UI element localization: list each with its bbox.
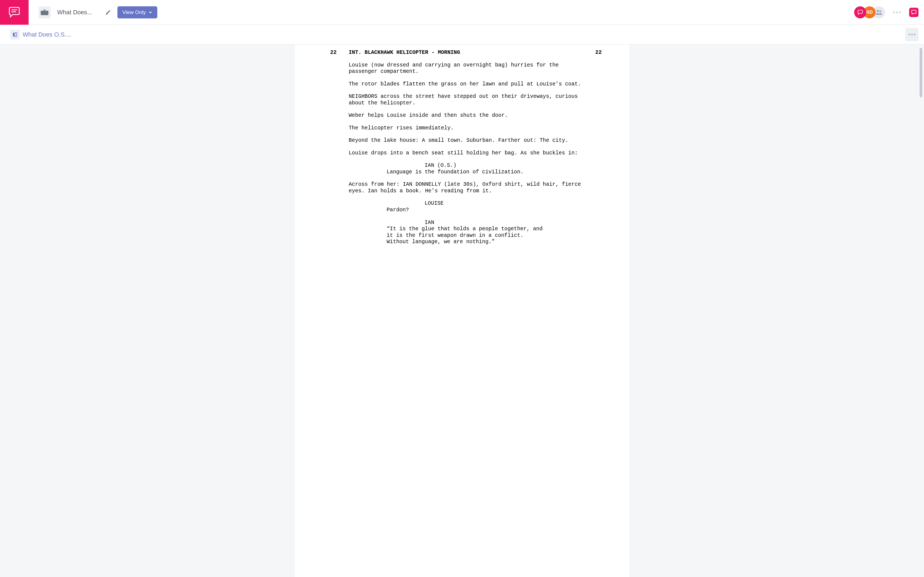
action-line: Across from her: IAN DONNELLY (late 30s)… (349, 181, 588, 194)
document-title[interactable]: What Does... (57, 9, 92, 16)
panel-left-icon (12, 32, 18, 37)
scene-number-left: 22 (326, 50, 337, 56)
people-icon (876, 9, 882, 16)
briefcase-icon (41, 9, 48, 16)
more-menu[interactable] (890, 9, 904, 16)
scene-number-right: 22 (591, 50, 602, 56)
svg-point-2 (877, 10, 879, 12)
view-mode-label: View Only (123, 9, 146, 15)
scrollbar-thumb[interactable] (919, 48, 922, 97)
document-tab[interactable]: What Does O.S.... (10, 30, 71, 40)
pencil-icon[interactable] (105, 10, 111, 15)
chat-bubble-icon (8, 7, 20, 18)
avatar-1[interactable] (854, 6, 866, 18)
svg-rect-5 (15, 33, 17, 37)
character-cue: IAN (425, 219, 602, 226)
character-cue: IAN (O.S.) (425, 163, 602, 169)
app-logo[interactable] (0, 0, 29, 25)
document-tab-title: What Does O.S.... (23, 31, 71, 38)
chat-bubble-icon (911, 10, 917, 15)
chevron-down-icon (149, 10, 152, 14)
panel-icon-wrap (10, 30, 20, 40)
action-line: The helicopter rises immediately. (349, 125, 588, 132)
svg-rect-4 (13, 33, 14, 37)
file-area: What Does... View Only (29, 6, 854, 18)
character-cue: LOUISE (425, 200, 602, 207)
subbar-more-menu[interactable] (905, 28, 919, 41)
scene-heading: 22 INT. BLACKHAWK HELICOPTER - MORNING 2… (326, 50, 602, 56)
toolbar-right: RD (854, 6, 924, 18)
content-area: 22 INT. BLACKHAWK HELICOPTER - MORNING 2… (0, 45, 924, 577)
screenplay-page: 22 INT. BLACKHAWK HELICOPTER - MORNING 2… (295, 45, 629, 577)
feedback-button[interactable] (909, 8, 919, 17)
action-line: NEIGHBORS across the street have stepped… (349, 93, 588, 106)
action-line: Beyond the lake house: A small town. Sub… (349, 137, 588, 144)
top-toolbar: What Does... View Only RD (0, 0, 924, 25)
svg-point-3 (879, 10, 881, 12)
dialogue-line: Language is the foundation of civilizati… (387, 169, 547, 176)
action-line: Weber helps Louise inside and then shuts… (349, 112, 588, 119)
scrollbar[interactable] (919, 48, 923, 158)
dialogue-line: Pardon? (387, 207, 547, 213)
briefcase-button[interactable] (39, 6, 51, 18)
action-line: The rotor blades flatten the grass on he… (349, 81, 588, 88)
dialogue-line: “It is the glue that holds a people toge… (387, 226, 547, 245)
scene-title: INT. BLACKHAWK HELICOPTER - MORNING (349, 50, 591, 56)
view-mode-button[interactable]: View Only (118, 6, 157, 18)
action-line: Louise (now dressed and carrying an over… (349, 62, 588, 75)
action-line: Louise drops into a bench seat still hol… (349, 150, 588, 156)
collaborator-avatars[interactable]: RD (854, 6, 885, 18)
chat-bubble-icon (857, 10, 863, 15)
sub-toolbar: What Does O.S.... (0, 25, 924, 45)
